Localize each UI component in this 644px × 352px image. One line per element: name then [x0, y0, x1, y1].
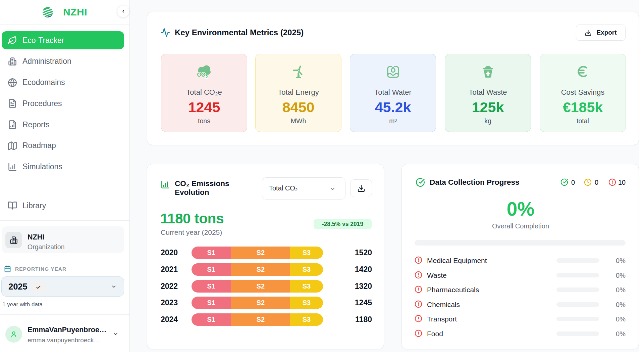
svg-text:2: 2 [205, 75, 208, 79]
svg-text:CO: CO [197, 72, 206, 78]
